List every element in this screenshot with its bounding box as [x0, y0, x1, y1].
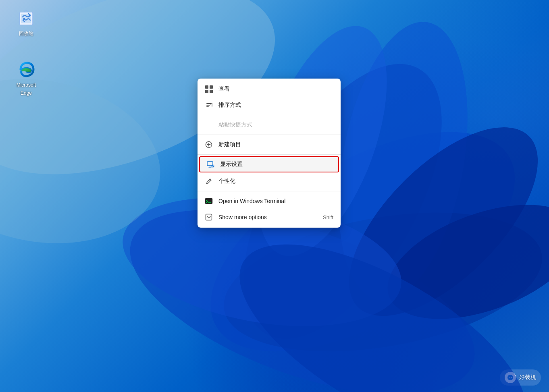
menu-item-open-terminal[interactable]: Open in Windows Terminal — [198, 193, 341, 209]
plus-circle-icon — [205, 141, 213, 149]
show-more-shortcut: Shift — [323, 214, 333, 220]
microsoft-edge-icon[interactable]: Microsoft Edge — [10, 60, 42, 97]
menu-item-new[interactable]: 新建项目 — [198, 137, 341, 153]
menu-item-view[interactable]: 查看 — [198, 81, 341, 97]
menu-item-personalize[interactable]: 个性化 — [198, 173, 341, 189]
recycle-bin-icon[interactable]: 回收站 — [10, 8, 42, 38]
divider-2 — [198, 135, 341, 135]
svg-rect-17 — [205, 198, 212, 204]
paste-icon — [205, 121, 213, 129]
show-more-label: Show more options — [218, 214, 317, 220]
divider-1 — [198, 115, 341, 115]
brush-icon — [205, 177, 213, 185]
edge-label: Microsoft Edge — [15, 81, 38, 97]
menu-item-show-more[interactable]: Show more options Shift — [198, 209, 341, 225]
context-menu: 查看 排序方式 粘贴快捷方式 新建项目 — [198, 79, 341, 228]
terminal-icon — [205, 197, 213, 205]
paste-shortcut-label: 粘贴快捷方式 — [218, 121, 333, 129]
recycle-bin-image — [17, 8, 36, 27]
edge-image — [17, 60, 36, 79]
view-label: 查看 — [218, 85, 333, 93]
divider-3 — [198, 154, 341, 155]
monitor-icon — [206, 160, 214, 168]
sort-label: 排序方式 — [218, 102, 333, 109]
new-label: 新建项目 — [218, 141, 333, 148]
menu-item-sort[interactable]: 排序方式 — [198, 97, 341, 113]
open-terminal-label: Open in Windows Terminal — [218, 198, 333, 204]
grid-icon — [205, 85, 213, 93]
display-settings-label: 显示设置 — [220, 161, 332, 168]
recycle-bin-label: 回收站 — [17, 30, 35, 38]
expand-icon — [205, 213, 213, 221]
sort-icon — [205, 101, 213, 109]
svg-point-16 — [212, 165, 214, 168]
menu-item-paste-shortcut: 粘贴快捷方式 — [198, 117, 341, 133]
divider-4 — [198, 191, 341, 191]
personalize-label: 个性化 — [218, 178, 333, 185]
menu-item-display-settings[interactable]: 显示设置 — [199, 156, 339, 172]
